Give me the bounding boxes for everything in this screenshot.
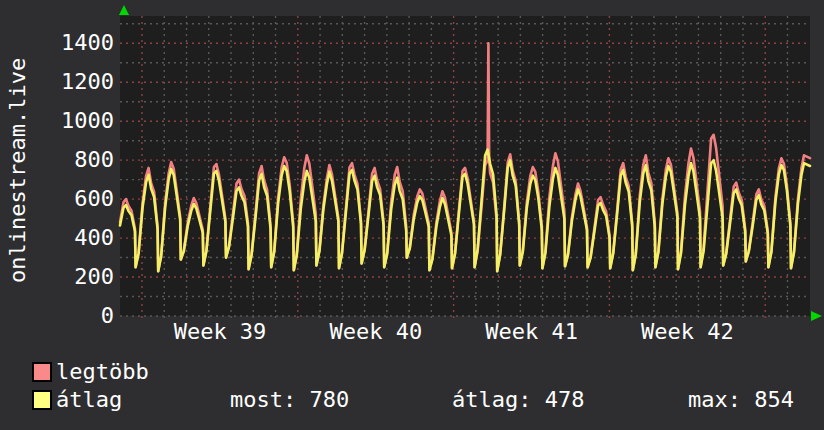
stat-most: most: 780: [230, 389, 349, 411]
legend-label-atlag: átlag: [56, 389, 122, 411]
y-axis-arrow-icon: [119, 5, 129, 15]
y-tick-label: 400: [0, 227, 114, 249]
legend-label-legtobb: legtöbb: [56, 361, 149, 383]
y-tick-label: 1200: [0, 71, 114, 93]
legend-swatch-legtobb: [32, 362, 52, 382]
x-tick-label: Week 40: [296, 321, 456, 343]
y-tick-label: 1400: [0, 32, 114, 54]
y-tick-label: 600: [0, 188, 114, 210]
x-tick-label: Week 42: [607, 321, 767, 343]
legend-swatch-atlag: [32, 390, 52, 410]
stat-max: max: 854: [688, 389, 794, 411]
y-tick-label: 800: [0, 149, 114, 171]
y-tick-label: 1000: [0, 110, 114, 132]
stat-atlag: átlag: 478: [452, 389, 584, 411]
y-tick-label: 200: [0, 266, 114, 288]
x-tick-label: Week 39: [140, 321, 300, 343]
x-axis-arrow-icon: [811, 311, 822, 321]
x-tick-label: Week 41: [452, 321, 612, 343]
rrd-graph: onlinestream.live 0200400600800100012001…: [0, 0, 824, 430]
y-tick-label: 0: [0, 305, 114, 327]
